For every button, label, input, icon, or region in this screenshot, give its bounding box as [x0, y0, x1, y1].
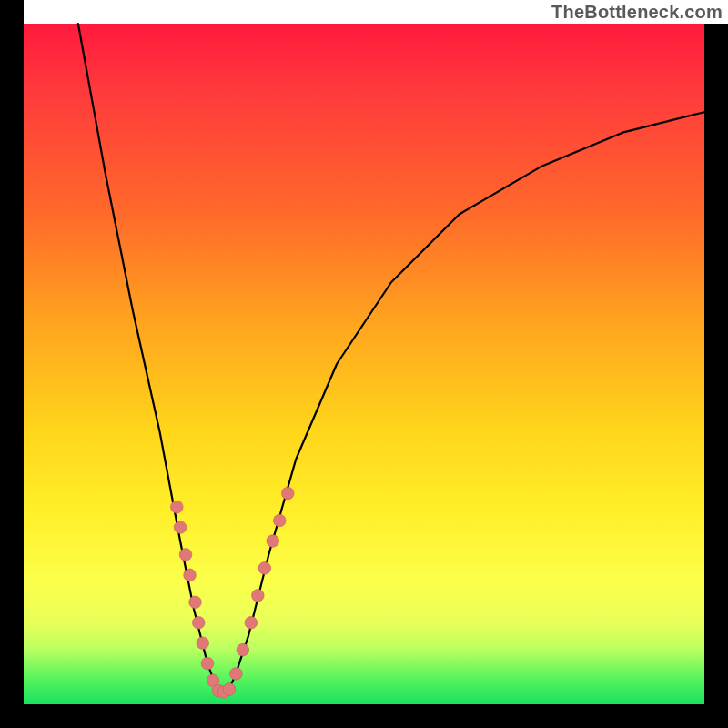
marker-dot — [223, 683, 236, 696]
plot-area — [24, 24, 704, 704]
marker-dot — [245, 616, 258, 629]
marker-dot — [267, 535, 279, 548]
marker-dot — [184, 569, 197, 581]
marker-dot — [171, 500, 184, 513]
marker-dot — [174, 521, 187, 534]
marker-dot — [230, 668, 243, 681]
marker-dot — [189, 596, 202, 609]
marker-dot — [252, 590, 265, 602]
marker-dot — [201, 657, 214, 670]
chart-svg — [24, 24, 704, 704]
marker-dot — [281, 487, 294, 500]
marker-dot — [273, 514, 286, 527]
marker-dot — [179, 549, 192, 561]
marker-dot — [258, 562, 271, 575]
marker-dot — [237, 643, 249, 656]
chart-frame: TheBottleneck.com — [0, 0, 728, 728]
marker-dot — [192, 616, 205, 629]
marker-dot — [197, 637, 209, 650]
marker-group — [171, 487, 295, 698]
bottleneck-curve — [78, 24, 704, 691]
watermark-text: TheBottleneck.com — [551, 2, 723, 23]
